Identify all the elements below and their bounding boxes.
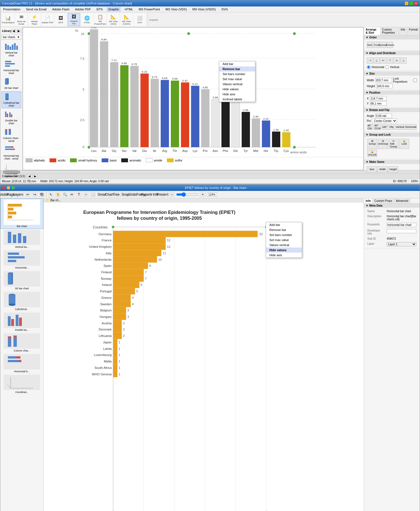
connect-btn[interactable]: ↔ <box>83 191 89 198</box>
lib-nav-fwd[interactable]: ▶ <box>17 29 21 33</box>
menu-flash[interactable]: Adobe Flash <box>50 7 71 11</box>
bar-arg[interactable] <box>161 80 169 147</box>
minimize-btn[interactable]: ─ <box>405 1 409 5</box>
bar-leu[interactable] <box>90 29 98 147</box>
top-scrollbar[interactable] <box>0 170 420 174</box>
ctx-remove-bar[interactable]: Remove bar <box>219 66 255 71</box>
group-btn[interactable]: ⊞ Group <box>367 139 377 149</box>
vertical-btn[interactable]: Vertical <box>395 124 404 130</box>
back-btn[interactable]: Back <box>367 42 373 48</box>
smart-btn[interactable]: Smart <box>99 191 105 198</box>
mini-item-horizontal[interactable]: Horizontal... <box>0 249 43 270</box>
tab-format[interactable]: Format <box>407 27 420 35</box>
adobe-pdf-btn[interactable]: 📄 Adobe PDF <box>41 13 54 26</box>
ctx2-set-bars-number[interactable]: Set bars number <box>266 232 302 237</box>
bar-gly[interactable] <box>110 62 118 147</box>
hbar-finland[interactable] <box>113 269 144 276</box>
maximize-btn[interactable]: □ <box>409 1 413 5</box>
height-input[interactable] <box>376 84 393 88</box>
bar-ser[interactable] <box>120 65 129 147</box>
zoom-slider[interactable] <box>176 192 199 197</box>
pin-select[interactable]: Center-Center <box>372 119 397 123</box>
tree-btn[interactable]: Tree <box>113 191 119 198</box>
hbar-austria[interactable] <box>113 320 122 326</box>
bar-ala[interactable] <box>100 41 108 147</box>
make-same-height-btn[interactable]: Height <box>388 166 398 172</box>
layer-select[interactable]: Layer 1 <box>387 242 416 246</box>
library-dropdown[interactable]: bar charts ▼ <box>1 35 21 40</box>
width-input[interactable] <box>375 78 392 82</box>
hbar-norway[interactable] <box>113 275 144 282</box>
align-center-btn[interactable]: ⊥ <box>374 57 380 64</box>
zoom-minus-btn[interactable]: − <box>169 191 175 198</box>
bar-thr[interactable] <box>171 80 179 147</box>
ungroup-btn[interactable]: ⊟ UnGroup <box>378 139 388 149</box>
bar-lys[interactable] <box>191 86 199 147</box>
chart-btn[interactable]: Chart <box>106 191 112 198</box>
hbar-sweden[interactable] <box>113 301 131 307</box>
bar-asp[interactable] <box>181 82 189 147</box>
bar-val[interactable] <box>130 66 139 147</box>
rotate-90cw-btn[interactable]: 90° CW <box>367 124 374 130</box>
rotate-section-title[interactable]: ▼ Rotate and Flip <box>364 108 420 112</box>
bar-cys[interactable] <box>282 132 291 147</box>
mini-item-vertical-bar[interactable]: Vertical ba... <box>0 229 43 249</box>
tab-custom-props[interactable]: Custom Properties <box>381 27 399 35</box>
align-left-btn[interactable]: ⊣ <box>367 57 373 64</box>
ms-visio-vsdx-btn[interactable]: 📐 MS Visio(VSDX) <box>120 13 133 26</box>
min-dot[interactable] <box>7 186 10 189</box>
ctx2-set-max-value[interactable]: Set max value <box>266 237 302 242</box>
mini-item-3d-bar[interactable]: 3D bar chart <box>0 270 43 291</box>
present-btn[interactable]: Present <box>160 191 166 198</box>
rotate-90ccw-btn[interactable]: 90° CCW <box>374 124 381 130</box>
mini-item-hbar-serial[interactable]: Horizontal b... <box>0 353 43 374</box>
ctx-set-max-value[interactable]: Set max value <box>219 77 255 82</box>
keywords-input[interactable] <box>387 223 416 227</box>
align-section-title[interactable]: ▼ Align and Distribute <box>364 51 420 55</box>
send-email-btn[interactable]: ✉ Send viaEmail <box>15 13 27 26</box>
tab-custom-props-bottom[interactable]: Custom Props <box>373 198 394 203</box>
close-dot[interactable] <box>2 186 5 189</box>
select-btn[interactable]: ↖ <box>48 191 54 198</box>
ctx2-values-vertical[interactable]: Values vertical <box>266 242 302 248</box>
sidebar-item-cylindrical[interactable]: Cylindrical bar chart <box>1 91 21 108</box>
menu-send[interactable]: Send via Email <box>24 7 48 11</box>
lib-btn[interactable]: 📚 <box>39 191 45 198</box>
rubber-btn[interactable]: ⬜ <box>90 191 96 198</box>
tab-info[interactable]: Info <box>399 27 407 35</box>
menu-svg[interactable]: SVG <box>220 7 230 11</box>
page-next-btn[interactable]: ▶ <box>33 174 38 178</box>
bar-glu[interactable] <box>141 73 149 147</box>
undo-btn[interactable]: ↩ <box>25 191 31 198</box>
page-prev-btn[interactable]: ◀ <box>27 174 32 178</box>
html-btn[interactable]: 🌐 HTML <box>81 13 93 26</box>
hbar-uk[interactable] <box>113 244 166 250</box>
bar-his[interactable] <box>262 121 270 147</box>
tab-advanced-bottom[interactable]: Advanced <box>394 198 410 203</box>
ctx-inclined-labels[interactable]: Inclined labels <box>219 97 255 102</box>
bar-gln[interactable] <box>232 101 240 147</box>
align-vertical-radio[interactable] <box>385 65 389 69</box>
angle-input[interactable] <box>375 114 392 118</box>
snap-btn[interactable]: Snap <box>122 191 129 198</box>
sidebar-item-column-serial[interactable]: Column chart - serial <box>1 127 21 144</box>
rotate-180-btn[interactable]: 180° <box>382 124 388 130</box>
menu-presentation[interactable]: Presentation <box>1 7 22 11</box>
horizontal-btn[interactable]: Horizontal <box>405 124 416 130</box>
hyperlinks-btn[interactable]: Hyperlinks <box>146 191 152 198</box>
mini-item-column-char[interactable]: Column char... <box>0 332 43 353</box>
bar-met[interactable] <box>252 118 260 147</box>
x-input[interactable] <box>370 96 387 101</box>
sidebar-item-double-bar[interactable]: Double bar chart <box>1 109 21 126</box>
align-top-btn[interactable]: ⊤ <box>387 57 393 64</box>
grids-btn[interactable]: Grids <box>129 191 136 198</box>
menu-eps[interactable]: EPS <box>95 7 104 11</box>
hbar-greece[interactable] <box>113 294 131 301</box>
ctx-hide-values[interactable]: Hide values <box>219 87 255 92</box>
bar-trp[interactable] <box>272 131 280 147</box>
max-dot[interactable] <box>11 186 15 189</box>
unlock-btn[interactable]: 🔓 UnLock <box>367 150 377 157</box>
developer-input[interactable] <box>387 229 416 233</box>
hbar-south-africa[interactable] <box>113 364 117 371</box>
order-section-title[interactable]: ▼ Order <box>364 35 420 40</box>
